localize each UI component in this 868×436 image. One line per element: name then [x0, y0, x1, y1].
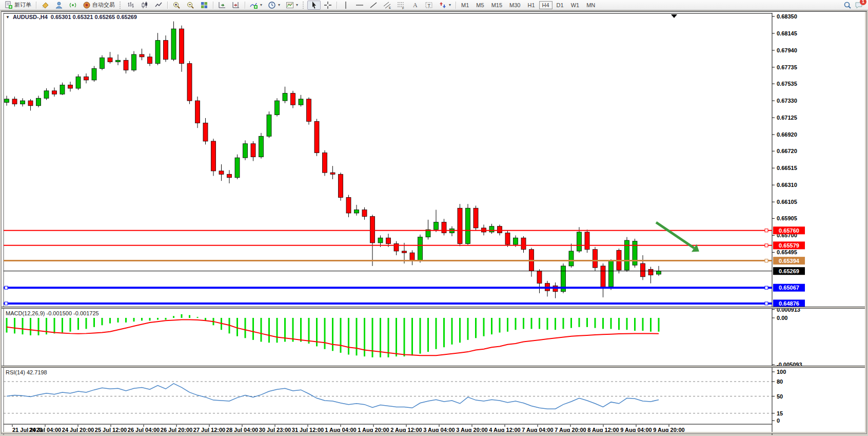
line-anchor-handle[interactable]: [765, 244, 768, 247]
zoom-in-icon: [172, 1, 181, 9]
candle-body: [227, 174, 232, 177]
candle-body: [291, 93, 295, 105]
notifications-container[interactable]: 1: [855, 1, 863, 9]
candle-body: [402, 251, 407, 253]
window-bottom-edge: [2, 432, 866, 433]
horizontal-line-button[interactable]: [353, 1, 366, 10]
crosshair-button[interactable]: [321, 1, 334, 10]
price-tick-label: 0.67535: [777, 81, 797, 87]
auto-scroll-button[interactable]: [215, 1, 229, 10]
new-order-button[interactable]: 新订单: [2, 1, 34, 10]
chevron-down-icon: ▾: [278, 3, 280, 7]
price-tick-label: 0.67330: [777, 98, 797, 104]
arrows-button[interactable]: ▾: [436, 1, 453, 10]
search-icon[interactable]: [843, 1, 852, 9]
text-button[interactable]: A: [408, 1, 422, 10]
line-anchor-handle[interactable]: [765, 229, 768, 232]
candle-body: [76, 77, 81, 88]
rsi-level-label: 100: [777, 369, 786, 375]
candle-body: [362, 210, 367, 217]
toolbar-separator: [245, 2, 245, 9]
fibonacci-icon: F: [397, 1, 405, 9]
candle-body: [489, 226, 494, 232]
candle-body: [648, 269, 653, 275]
timeframe-M5[interactable]: M5: [473, 1, 487, 9]
tile-windows-button[interactable]: [198, 1, 211, 10]
paint-bucket-button[interactable]: [38, 1, 52, 10]
chart-shift-button[interactable]: [229, 1, 243, 10]
panel-separator[interactable]: [2, 366, 866, 368]
vertical-line-button[interactable]: [339, 1, 352, 10]
trend-arrow-line[interactable]: [656, 222, 694, 248]
zoom-out-icon: [186, 1, 194, 9]
auto-trading-icon: [83, 1, 91, 9]
bar-chart-button[interactable]: [124, 1, 137, 10]
equidistant-channel-button[interactable]: E: [381, 1, 394, 10]
timeframe-M30[interactable]: M30: [506, 1, 523, 9]
candle-body: [251, 144, 255, 157]
price-tick-label: 0.67940: [777, 47, 797, 53]
periods-button[interactable]: ▾: [265, 1, 283, 10]
timeframe-W1[interactable]: W1: [568, 1, 583, 9]
chevron-down-icon: ▾: [296, 3, 298, 7]
candle-body: [458, 208, 462, 243]
svg-text:E: E: [389, 6, 391, 9]
zoom-in-button[interactable]: [170, 1, 183, 10]
candle-body: [633, 241, 637, 266]
signals-button[interactable]: [66, 1, 80, 10]
candle-body: [314, 121, 319, 153]
candle-body: [641, 263, 645, 277]
toolbar-drag-handle[interactable]: [120, 2, 122, 9]
auto-trading-label: 自动交易: [92, 1, 115, 9]
candle-body: [505, 233, 510, 245]
timeframe-M1[interactable]: M1: [458, 1, 472, 9]
auto-trading-button[interactable]: 自动交易: [80, 1, 117, 10]
candle-body: [155, 41, 160, 64]
timeframe-MN[interactable]: MN: [583, 1, 598, 9]
candle-body: [378, 238, 383, 243]
panel-separator[interactable]: [2, 307, 866, 309]
line-anchor-handle[interactable]: [765, 286, 768, 289]
price-line-label-text: 0.65394: [779, 258, 800, 264]
chevron-down-icon: ▾: [260, 3, 262, 7]
price-chart-plot[interactable]: 0.683500.681450.679400.677350.675350.673…: [2, 12, 867, 435]
chart-root: ▼ AUDUSD-,H4 0.65301 0.65321 0.65265 0.6…: [2, 12, 866, 433]
candle-body: [187, 64, 192, 101]
timeframe-D1[interactable]: D1: [554, 1, 567, 9]
text-label-button[interactable]: T: [422, 1, 436, 10]
rsi-level-label: 0: [777, 418, 780, 424]
cursor-button[interactable]: [307, 1, 321, 10]
line-anchor-handle[interactable]: [5, 286, 8, 289]
indicators-button[interactable]: ▾: [247, 1, 265, 10]
price-line-label-text: 0.64876: [779, 300, 799, 307]
candle-body: [219, 171, 224, 174]
candle-body: [323, 153, 327, 173]
trendline-button[interactable]: [367, 1, 380, 10]
candle-body: [339, 174, 343, 197]
candle-body: [418, 237, 423, 261]
toolbar-drag-handle[interactable]: [303, 2, 305, 9]
fibonacci-button[interactable]: F: [394, 1, 408, 10]
price-line-label-text: 0.65579: [779, 242, 799, 249]
line-anchor-handle[interactable]: [5, 302, 8, 305]
community-button[interactable]: [52, 1, 66, 10]
candle-body: [442, 222, 446, 233]
candle-body: [148, 57, 152, 64]
zoom-out-button[interactable]: [184, 1, 197, 10]
templates-button[interactable]: ▾: [283, 1, 301, 10]
candle-body: [180, 29, 184, 64]
text-icon: A: [411, 1, 419, 9]
line-anchor-handle[interactable]: [765, 302, 768, 305]
candle-body: [625, 240, 629, 270]
candle-body: [657, 271, 661, 274]
chevron-down-icon: ▾: [449, 3, 451, 7]
candle-body: [283, 93, 287, 101]
timeframe-M15[interactable]: M15: [488, 1, 505, 9]
chart-shift-marker[interactable]: [671, 14, 677, 18]
line-anchor-handle[interactable]: [765, 259, 768, 262]
line-chart-button[interactable]: [152, 1, 165, 10]
timeframe-H4[interactable]: H4: [539, 1, 553, 9]
candlestick-button[interactable]: [138, 1, 151, 10]
candle-body: [346, 197, 351, 213]
timeframe-H1[interactable]: H1: [524, 1, 538, 9]
